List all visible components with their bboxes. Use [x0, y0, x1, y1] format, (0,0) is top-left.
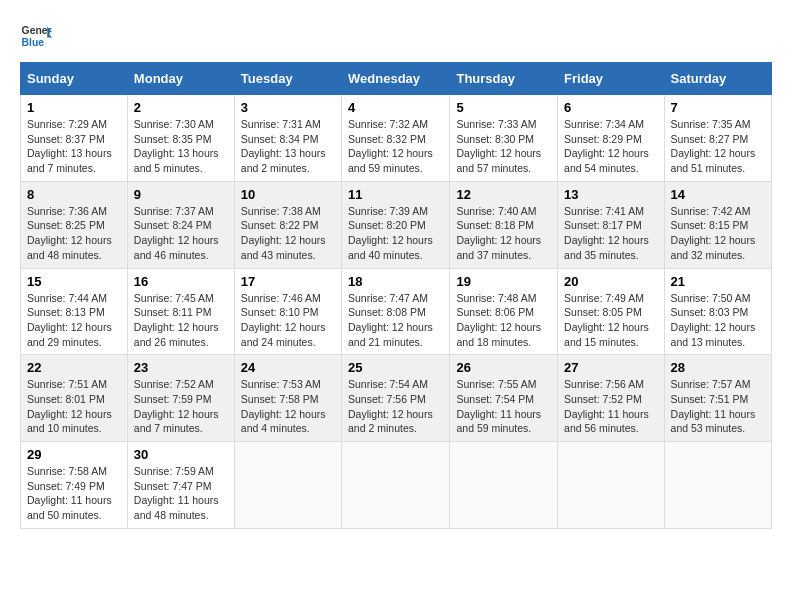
day-number: 3	[241, 100, 335, 115]
day-number: 27	[564, 360, 657, 375]
day-info: Sunrise: 7:50 AMSunset: 8:03 PMDaylight:…	[671, 291, 765, 350]
calendar-cell: 9Sunrise: 7:37 AMSunset: 8:24 PMDaylight…	[127, 181, 234, 268]
calendar-cell: 5Sunrise: 7:33 AMSunset: 8:30 PMDaylight…	[450, 95, 558, 182]
day-info: Sunrise: 7:33 AMSunset: 8:30 PMDaylight:…	[456, 117, 551, 176]
day-info: Sunrise: 7:41 AMSunset: 8:17 PMDaylight:…	[564, 204, 657, 263]
calendar-cell: 23Sunrise: 7:52 AMSunset: 7:59 PMDayligh…	[127, 355, 234, 442]
calendar-cell	[664, 442, 771, 529]
calendar-cell: 26Sunrise: 7:55 AMSunset: 7:54 PMDayligh…	[450, 355, 558, 442]
day-number: 24	[241, 360, 335, 375]
day-number: 23	[134, 360, 228, 375]
calendar-week-row: 29Sunrise: 7:58 AMSunset: 7:49 PMDayligh…	[21, 442, 772, 529]
weekday-header: Monday	[127, 63, 234, 95]
day-number: 20	[564, 274, 657, 289]
day-number: 11	[348, 187, 443, 202]
day-info: Sunrise: 7:44 AMSunset: 8:13 PMDaylight:…	[27, 291, 121, 350]
calendar-cell: 20Sunrise: 7:49 AMSunset: 8:05 PMDayligh…	[558, 268, 664, 355]
day-info: Sunrise: 7:55 AMSunset: 7:54 PMDaylight:…	[456, 377, 551, 436]
calendar-header-row: SundayMondayTuesdayWednesdayThursdayFrid…	[21, 63, 772, 95]
day-number: 1	[27, 100, 121, 115]
day-info: Sunrise: 7:59 AMSunset: 7:47 PMDaylight:…	[134, 464, 228, 523]
day-info: Sunrise: 7:56 AMSunset: 7:52 PMDaylight:…	[564, 377, 657, 436]
day-number: 16	[134, 274, 228, 289]
calendar-cell: 27Sunrise: 7:56 AMSunset: 7:52 PMDayligh…	[558, 355, 664, 442]
day-number: 5	[456, 100, 551, 115]
day-number: 13	[564, 187, 657, 202]
calendar-week-row: 15Sunrise: 7:44 AMSunset: 8:13 PMDayligh…	[21, 268, 772, 355]
calendar-cell: 14Sunrise: 7:42 AMSunset: 8:15 PMDayligh…	[664, 181, 771, 268]
day-number: 6	[564, 100, 657, 115]
day-number: 14	[671, 187, 765, 202]
day-info: Sunrise: 7:35 AMSunset: 8:27 PMDaylight:…	[671, 117, 765, 176]
day-info: Sunrise: 7:57 AMSunset: 7:51 PMDaylight:…	[671, 377, 765, 436]
day-info: Sunrise: 7:47 AMSunset: 8:08 PMDaylight:…	[348, 291, 443, 350]
day-number: 17	[241, 274, 335, 289]
day-info: Sunrise: 7:53 AMSunset: 7:58 PMDaylight:…	[241, 377, 335, 436]
day-info: Sunrise: 7:42 AMSunset: 8:15 PMDaylight:…	[671, 204, 765, 263]
calendar-cell: 15Sunrise: 7:44 AMSunset: 8:13 PMDayligh…	[21, 268, 128, 355]
day-number: 29	[27, 447, 121, 462]
day-info: Sunrise: 7:38 AMSunset: 8:22 PMDaylight:…	[241, 204, 335, 263]
logo-icon: General Blue	[20, 20, 52, 52]
day-number: 21	[671, 274, 765, 289]
calendar-cell: 24Sunrise: 7:53 AMSunset: 7:58 PMDayligh…	[234, 355, 341, 442]
day-info: Sunrise: 7:49 AMSunset: 8:05 PMDaylight:…	[564, 291, 657, 350]
day-number: 9	[134, 187, 228, 202]
calendar-cell: 19Sunrise: 7:48 AMSunset: 8:06 PMDayligh…	[450, 268, 558, 355]
page-header: General Blue	[20, 20, 772, 52]
calendar-cell: 30Sunrise: 7:59 AMSunset: 7:47 PMDayligh…	[127, 442, 234, 529]
calendar-cell: 17Sunrise: 7:46 AMSunset: 8:10 PMDayligh…	[234, 268, 341, 355]
day-number: 30	[134, 447, 228, 462]
calendar-week-row: 22Sunrise: 7:51 AMSunset: 8:01 PMDayligh…	[21, 355, 772, 442]
calendar-cell: 21Sunrise: 7:50 AMSunset: 8:03 PMDayligh…	[664, 268, 771, 355]
calendar-cell: 18Sunrise: 7:47 AMSunset: 8:08 PMDayligh…	[342, 268, 450, 355]
logo: General Blue	[20, 20, 52, 52]
calendar-cell: 13Sunrise: 7:41 AMSunset: 8:17 PMDayligh…	[558, 181, 664, 268]
day-info: Sunrise: 7:36 AMSunset: 8:25 PMDaylight:…	[27, 204, 121, 263]
calendar-cell: 4Sunrise: 7:32 AMSunset: 8:32 PMDaylight…	[342, 95, 450, 182]
calendar-cell: 7Sunrise: 7:35 AMSunset: 8:27 PMDaylight…	[664, 95, 771, 182]
weekday-header: Sunday	[21, 63, 128, 95]
calendar-week-row: 8Sunrise: 7:36 AMSunset: 8:25 PMDaylight…	[21, 181, 772, 268]
calendar-week-row: 1Sunrise: 7:29 AMSunset: 8:37 PMDaylight…	[21, 95, 772, 182]
day-info: Sunrise: 7:31 AMSunset: 8:34 PMDaylight:…	[241, 117, 335, 176]
calendar-cell: 28Sunrise: 7:57 AMSunset: 7:51 PMDayligh…	[664, 355, 771, 442]
day-number: 28	[671, 360, 765, 375]
calendar-cell	[558, 442, 664, 529]
calendar-cell: 2Sunrise: 7:30 AMSunset: 8:35 PMDaylight…	[127, 95, 234, 182]
day-number: 4	[348, 100, 443, 115]
day-number: 2	[134, 100, 228, 115]
day-info: Sunrise: 7:54 AMSunset: 7:56 PMDaylight:…	[348, 377, 443, 436]
day-info: Sunrise: 7:29 AMSunset: 8:37 PMDaylight:…	[27, 117, 121, 176]
calendar-cell: 29Sunrise: 7:58 AMSunset: 7:49 PMDayligh…	[21, 442, 128, 529]
calendar-cell	[450, 442, 558, 529]
calendar-cell	[342, 442, 450, 529]
calendar-cell	[234, 442, 341, 529]
calendar-cell: 3Sunrise: 7:31 AMSunset: 8:34 PMDaylight…	[234, 95, 341, 182]
calendar-cell: 10Sunrise: 7:38 AMSunset: 8:22 PMDayligh…	[234, 181, 341, 268]
day-info: Sunrise: 7:46 AMSunset: 8:10 PMDaylight:…	[241, 291, 335, 350]
day-info: Sunrise: 7:37 AMSunset: 8:24 PMDaylight:…	[134, 204, 228, 263]
calendar-cell: 16Sunrise: 7:45 AMSunset: 8:11 PMDayligh…	[127, 268, 234, 355]
day-number: 25	[348, 360, 443, 375]
calendar-cell: 8Sunrise: 7:36 AMSunset: 8:25 PMDaylight…	[21, 181, 128, 268]
day-info: Sunrise: 7:30 AMSunset: 8:35 PMDaylight:…	[134, 117, 228, 176]
calendar-body: 1Sunrise: 7:29 AMSunset: 8:37 PMDaylight…	[21, 95, 772, 529]
day-number: 26	[456, 360, 551, 375]
svg-text:Blue: Blue	[22, 37, 45, 48]
day-number: 8	[27, 187, 121, 202]
weekday-header: Saturday	[664, 63, 771, 95]
calendar-cell: 6Sunrise: 7:34 AMSunset: 8:29 PMDaylight…	[558, 95, 664, 182]
day-number: 10	[241, 187, 335, 202]
weekday-header: Tuesday	[234, 63, 341, 95]
day-number: 19	[456, 274, 551, 289]
calendar-cell: 22Sunrise: 7:51 AMSunset: 8:01 PMDayligh…	[21, 355, 128, 442]
calendar-cell: 12Sunrise: 7:40 AMSunset: 8:18 PMDayligh…	[450, 181, 558, 268]
day-info: Sunrise: 7:51 AMSunset: 8:01 PMDaylight:…	[27, 377, 121, 436]
day-info: Sunrise: 7:32 AMSunset: 8:32 PMDaylight:…	[348, 117, 443, 176]
day-number: 22	[27, 360, 121, 375]
day-info: Sunrise: 7:40 AMSunset: 8:18 PMDaylight:…	[456, 204, 551, 263]
day-number: 15	[27, 274, 121, 289]
calendar-cell: 11Sunrise: 7:39 AMSunset: 8:20 PMDayligh…	[342, 181, 450, 268]
day-number: 12	[456, 187, 551, 202]
